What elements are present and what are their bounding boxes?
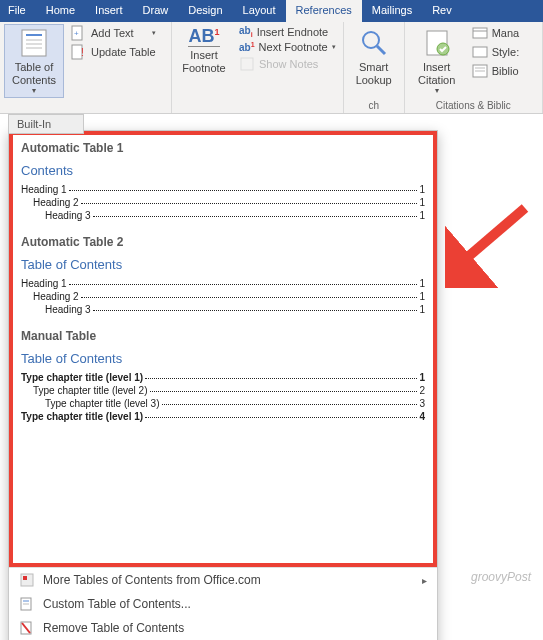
insert-footnote-label: Insert Footnote xyxy=(182,49,225,74)
insert-citation-label: Insert Citation xyxy=(418,61,455,86)
toc-row-page: 1 xyxy=(419,197,425,208)
toc-row-leader xyxy=(93,310,418,311)
svg-rect-0 xyxy=(22,30,46,56)
toc-style-name: Automatic Table 1 xyxy=(21,141,425,155)
ribbon-tabs: File Home Insert Draw Design Layout Refe… xyxy=(0,0,543,22)
endnote-icon: abi xyxy=(239,25,253,38)
toc-row-page: 1 xyxy=(419,372,425,383)
toc-row-page: 1 xyxy=(419,278,425,289)
insert-footnote-button[interactable]: AB1 Insert Footnote xyxy=(176,24,232,77)
tab-draw[interactable]: Draw xyxy=(133,0,179,22)
remove-toc-icon xyxy=(19,620,35,636)
tab-home[interactable]: Home xyxy=(36,0,85,22)
custom-toc-icon xyxy=(19,596,35,612)
toc-row-leader xyxy=(69,190,418,191)
toc-preview-title: Table of Contents xyxy=(21,257,425,272)
toc-preview-title: Contents xyxy=(21,163,425,178)
toc-row-label: Heading 3 xyxy=(45,210,91,221)
toc-row-leader xyxy=(162,404,418,405)
toc-preview-row: Type chapter title (level 2)2 xyxy=(21,385,425,396)
chevron-down-icon: ▾ xyxy=(32,86,36,95)
insert-citation-button[interactable]: Insert Citation ▾ xyxy=(409,24,465,98)
toc-preview-row: Heading 31 xyxy=(21,210,425,221)
insert-endnote-button[interactable]: abi Insert Endnote xyxy=(236,24,339,39)
toc-row-leader xyxy=(145,378,417,379)
toc-preview-row: Heading 21 xyxy=(21,291,425,302)
tab-file[interactable]: File xyxy=(0,0,36,22)
toc-icon xyxy=(18,27,50,59)
svg-line-11 xyxy=(377,46,385,54)
show-notes-button: Show Notes xyxy=(236,55,339,73)
style-label: Style: xyxy=(492,46,520,58)
toc-row-label: Type chapter title (level 1) xyxy=(21,372,143,383)
toc-label: Table of Contents xyxy=(12,61,56,86)
remove-toc-menuitem[interactable]: Remove Table of Contents xyxy=(9,616,437,640)
tab-mailings[interactable]: Mailings xyxy=(362,0,422,22)
toc-row-label: Heading 3 xyxy=(45,304,91,315)
svg-rect-16 xyxy=(473,47,487,57)
manage-sources-button[interactable]: Mana xyxy=(469,24,523,42)
remove-toc-label: Remove Table of Contents xyxy=(43,621,184,635)
update-table-icon: ! xyxy=(71,44,87,60)
more-toc-menuitem[interactable]: More Tables of Contents from Office.com … xyxy=(9,568,437,592)
update-table-button[interactable]: ! Update Table xyxy=(68,43,159,61)
toc-style-option[interactable]: Manual TableTable of ContentsType chapte… xyxy=(21,329,425,422)
builtin-header: Built-In xyxy=(8,114,84,134)
bibliography-button[interactable]: Biblio xyxy=(469,62,523,80)
toc-preview-row: Type chapter title (level 1)4 xyxy=(21,411,425,422)
smart-lookup-label: Smart Lookup xyxy=(356,61,392,86)
next-footnote-button[interactable]: ab1 Next Footnote ▾ xyxy=(236,40,339,54)
toc-preview-row: Heading 21 xyxy=(21,197,425,208)
toc-style-option[interactable]: Automatic Table 2Table of ContentsHeadin… xyxy=(21,235,425,315)
search-icon xyxy=(358,27,390,59)
tab-references[interactable]: References xyxy=(286,0,362,22)
toc-row-label: Type chapter title (level 1) xyxy=(21,411,143,422)
svg-text:+: + xyxy=(74,29,79,38)
toc-row-page: 4 xyxy=(419,411,425,422)
toc-row-label: Heading 1 xyxy=(21,278,67,289)
tab-review[interactable]: Rev xyxy=(422,0,462,22)
toc-row-leader xyxy=(93,216,418,217)
smart-lookup-button[interactable]: Smart Lookup xyxy=(348,24,400,89)
tab-design[interactable]: Design xyxy=(178,0,232,22)
annotation-arrow xyxy=(445,198,535,288)
add-text-button[interactable]: + Add Text ▾ xyxy=(68,24,159,42)
group-citations-label: Citations & Biblic xyxy=(409,99,538,112)
group-footnotes: AB1 Insert Footnote abi Insert Endnote a… xyxy=(172,22,344,113)
office-icon xyxy=(19,572,35,588)
more-toc-label: More Tables of Contents from Office.com xyxy=(43,573,261,587)
toc-style-option[interactable]: Automatic Table 1ContentsHeading 11Headi… xyxy=(21,141,425,221)
toc-preview-row: Heading 11 xyxy=(21,184,425,195)
biblio-icon xyxy=(472,63,488,79)
toc-row-label: Type chapter title (level 2) xyxy=(33,385,148,396)
toc-preview-row: Type chapter title (level 3)3 xyxy=(21,398,425,409)
tab-layout[interactable]: Layout xyxy=(233,0,286,22)
svg-rect-9 xyxy=(241,58,253,70)
tab-insert[interactable]: Insert xyxy=(85,0,133,22)
chevron-down-icon: ▾ xyxy=(332,43,336,51)
toc-row-page: 1 xyxy=(419,184,425,195)
svg-rect-14 xyxy=(473,28,487,38)
svg-rect-21 xyxy=(23,576,27,580)
table-of-contents-button[interactable]: Table of Contents ▾ xyxy=(4,24,64,98)
toc-row-page: 3 xyxy=(419,398,425,409)
toc-row-leader xyxy=(81,297,418,298)
svg-text:!: ! xyxy=(81,47,84,58)
toc-gallery-highlight: Automatic Table 1ContentsHeading 11Headi… xyxy=(9,131,437,567)
add-text-icon: + xyxy=(71,25,87,41)
toc-row-page: 1 xyxy=(419,291,425,302)
toc-row-leader xyxy=(81,203,418,204)
toc-gallery-menu: More Tables of Contents from Office.com … xyxy=(9,567,437,640)
citation-icon xyxy=(421,27,453,59)
toc-row-page: 1 xyxy=(419,210,425,221)
toc-row-leader xyxy=(69,284,418,285)
toc-row-label: Heading 2 xyxy=(33,291,79,302)
next-footnote-icon: ab1 xyxy=(239,41,255,53)
svg-point-10 xyxy=(363,32,379,48)
style-button[interactable]: Style: xyxy=(469,43,523,61)
custom-toc-label: Custom Table of Contents... xyxy=(43,597,191,611)
update-table-label: Update Table xyxy=(91,46,156,58)
toc-row-label: Heading 1 xyxy=(21,184,67,195)
show-notes-label: Show Notes xyxy=(259,58,318,70)
custom-toc-menuitem[interactable]: Custom Table of Contents... xyxy=(9,592,437,616)
